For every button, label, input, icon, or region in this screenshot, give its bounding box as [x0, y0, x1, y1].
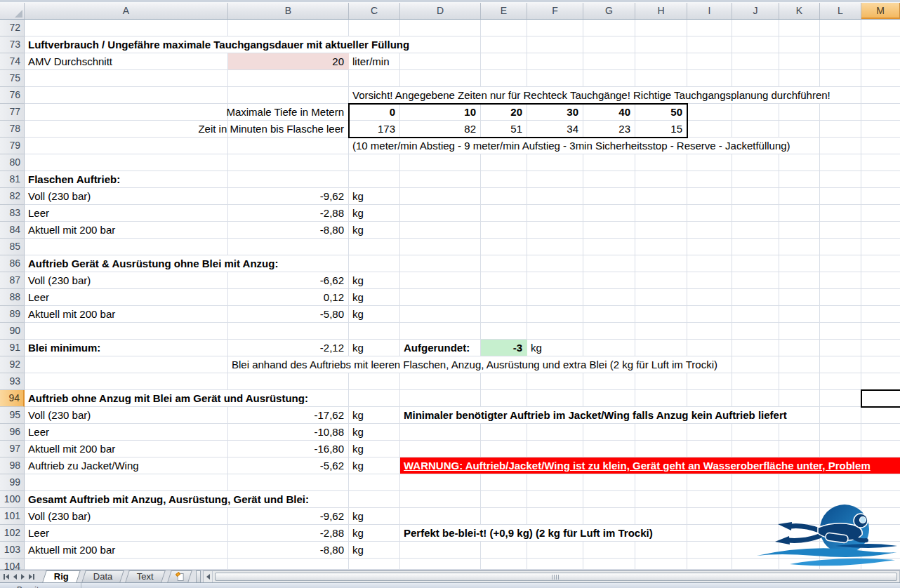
- row-header-99[interactable]: 99: [0, 474, 25, 491]
- cell-A82[interactable]: Voll (230 bar): [25, 188, 228, 204]
- row-header-96[interactable]: 96: [0, 424, 25, 441]
- row-header-98[interactable]: 98: [0, 457, 25, 474]
- cell-F91[interactable]: kg: [527, 340, 583, 356]
- column-header-g[interactable]: G: [583, 3, 635, 19]
- cell-A77[interactable]: Maximale Tiefe in Metern: [25, 104, 349, 120]
- row-header-91[interactable]: 91: [0, 340, 25, 356]
- cell-A81[interactable]: Flaschen Auftrieb:: [25, 171, 124, 187]
- next-sheet-button[interactable]: [20, 573, 25, 581]
- row-header-78[interactable]: 78: [0, 121, 25, 138]
- row-header-75[interactable]: 75: [0, 70, 25, 87]
- cell-C95[interactable]: kg: [349, 407, 400, 423]
- cell-C91[interactable]: kg: [349, 340, 400, 356]
- cell-A91[interactable]: Blei minimum:: [25, 340, 228, 356]
- row-header-80[interactable]: 80: [0, 154, 25, 171]
- horizontal-scrollbar[interactable]: [203, 570, 900, 582]
- cell-C82[interactable]: kg: [349, 188, 400, 204]
- cell-C87[interactable]: kg: [349, 272, 400, 288]
- cell-C96[interactable]: kg: [349, 424, 400, 440]
- cell-A84[interactable]: Aktuell mit 200 bar: [25, 222, 228, 238]
- cell-B95[interactable]: -17,62: [228, 407, 349, 423]
- cell-B84[interactable]: -8,80: [228, 222, 349, 238]
- cell-B98[interactable]: -5,62: [228, 457, 349, 474]
- row-header-85[interactable]: 85: [0, 239, 25, 255]
- cell-H78[interactable]: 15: [635, 121, 687, 137]
- cell-A94[interactable]: Auftrieb ohne Anzug mit Blei am Gerät un…: [25, 390, 312, 406]
- row-header-76[interactable]: 76: [0, 87, 25, 104]
- active-cell-selection[interactable]: [861, 389, 900, 408]
- cell-A88[interactable]: Leer: [25, 289, 228, 305]
- row-header-95[interactable]: 95: [0, 407, 25, 424]
- column-header-m[interactable]: M: [861, 3, 900, 19]
- cell-G78[interactable]: 23: [583, 121, 635, 137]
- last-sheet-button[interactable]: [28, 573, 35, 581]
- scroll-left-button[interactable]: [204, 571, 213, 582]
- row-header-104[interactable]: 104: [0, 559, 25, 570]
- column-header-h[interactable]: H: [635, 3, 687, 19]
- cell-A96[interactable]: Leer: [25, 424, 228, 440]
- row-header-86[interactable]: 86: [0, 255, 25, 272]
- cell-C98[interactable]: kg: [349, 457, 400, 474]
- row-header-81[interactable]: 81: [0, 171, 25, 188]
- cell-B101[interactable]: -9,62: [228, 508, 349, 524]
- cell-A101[interactable]: Voll (230 bar): [25, 508, 228, 524]
- sheet-tab-rig[interactable]: Rig: [42, 570, 80, 582]
- cell-C76[interactable]: Vorsicht! Angegebene Zeiten nur für Rech…: [349, 87, 834, 103]
- row-header-73[interactable]: 73: [0, 36, 25, 53]
- column-header-d[interactable]: D: [400, 3, 481, 19]
- row-header-82[interactable]: 82: [0, 188, 25, 205]
- cell-A87[interactable]: Voll (230 bar): [25, 272, 228, 288]
- cell-C101[interactable]: kg: [349, 508, 400, 524]
- cell-B82[interactable]: -9,62: [228, 188, 349, 204]
- row-header-94[interactable]: 94: [0, 390, 25, 407]
- column-header-i[interactable]: I: [687, 3, 732, 19]
- row-header-84[interactable]: 84: [0, 222, 25, 239]
- column-header-a[interactable]: A: [25, 3, 228, 19]
- cell-B96[interactable]: -10,88: [228, 424, 349, 440]
- row-header-72[interactable]: 72: [0, 20, 25, 36]
- cell-C83[interactable]: kg: [349, 205, 400, 221]
- cell-C78[interactable]: 173: [349, 121, 400, 137]
- cell-D95[interactable]: Minimaler benötigter Auftrieb im Jacket/…: [400, 407, 790, 423]
- cell-C84[interactable]: kg: [349, 222, 400, 238]
- cell-C103[interactable]: kg: [349, 542, 400, 558]
- column-header-e[interactable]: E: [481, 3, 527, 19]
- sheet-tab-data[interactable]: Data: [81, 570, 124, 582]
- cell-D98[interactable]: WARNUNG: Auftrieb/Jacket/Wing ist zu kle…: [400, 457, 900, 474]
- cell-B89[interactable]: -5,80: [228, 306, 349, 322]
- cell-A97[interactable]: Aktuell mit 200 bar: [25, 441, 228, 457]
- cell-C89[interactable]: kg: [349, 306, 400, 322]
- cell-C74[interactable]: liter/min: [349, 53, 393, 69]
- cell-A89[interactable]: Aktuell mit 200 bar: [25, 306, 228, 322]
- column-header-c[interactable]: C: [349, 3, 400, 19]
- row-header-97[interactable]: 97: [0, 441, 25, 457]
- cell-A103[interactable]: Aktuell mit 200 bar: [25, 542, 228, 558]
- column-header-b[interactable]: B: [228, 3, 349, 19]
- row-header-101[interactable]: 101: [0, 508, 25, 525]
- cell-E77[interactable]: 20: [481, 104, 527, 120]
- row-header-90[interactable]: 90: [0, 323, 25, 340]
- cell-E78[interactable]: 51: [481, 121, 527, 137]
- row-header-87[interactable]: 87: [0, 272, 25, 289]
- cell-D77[interactable]: 10: [400, 104, 481, 120]
- cell-A98[interactable]: Auftrieb zu Jacket/Wing: [25, 457, 228, 474]
- row-header-74[interactable]: 74: [0, 53, 25, 70]
- cell-F78[interactable]: 34: [527, 121, 583, 137]
- cell-B74[interactable]: 20: [228, 53, 349, 69]
- cell-B103[interactable]: -8,80: [228, 542, 349, 558]
- cell-E91[interactable]: -3: [481, 340, 527, 356]
- row-header-102[interactable]: 102: [0, 525, 25, 542]
- row-header-93[interactable]: 93: [0, 373, 25, 390]
- cell-B91[interactable]: -2,12: [228, 340, 349, 356]
- row-header-79[interactable]: 79: [0, 138, 25, 154]
- cell-B92[interactable]: Blei anhand des Auftriebs mit leeren Fla…: [228, 356, 721, 373]
- row-header-77[interactable]: 77: [0, 104, 25, 121]
- row-header-89[interactable]: 89: [0, 306, 25, 323]
- cell-B83[interactable]: -2,88: [228, 205, 349, 221]
- horizontal-scrollbar-thumb[interactable]: [215, 573, 897, 581]
- row-header-103[interactable]: 103: [0, 542, 25, 559]
- first-sheet-button[interactable]: [3, 573, 10, 581]
- cell-C97[interactable]: kg: [349, 441, 400, 457]
- cell-A100[interactable]: Gesamt Auftrieb mit Anzug, Ausrüstung, G…: [25, 491, 312, 507]
- cell-B97[interactable]: -16,80: [228, 441, 349, 457]
